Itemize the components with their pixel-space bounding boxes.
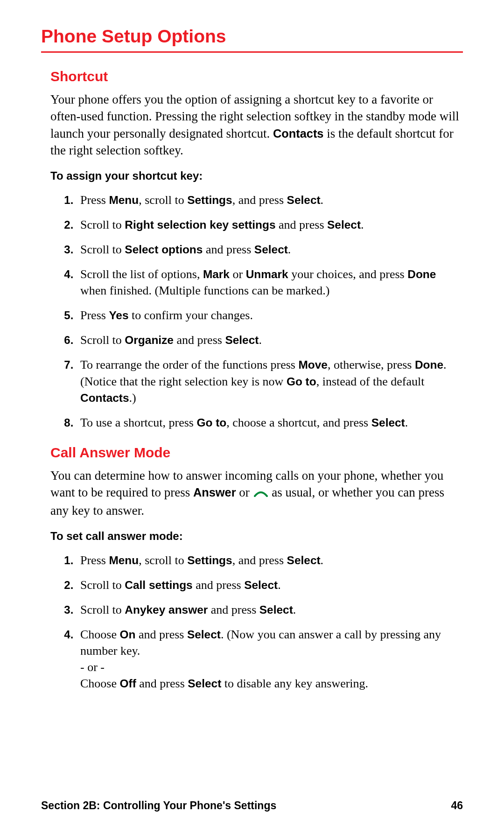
list-item: Scroll the list of options, Mark or Unma… (77, 266, 463, 299)
page-footer: Section 2B: Controlling Your Phone's Set… (41, 799, 463, 812)
shortcut-steps: Press Menu, scroll to Settings, and pres… (50, 192, 463, 431)
call-answer-steps: Press Menu, scroll to Settings, and pres… (50, 552, 463, 692)
list-item: To rearrange the order of the functions … (77, 357, 463, 406)
list-item: Scroll to Anykey answer and press Select… (77, 602, 463, 618)
document-page: Phone Setup Options Shortcut Your phone … (0, 0, 504, 840)
list-item: Press Menu, scroll to Settings, and pres… (77, 192, 463, 208)
list-item: Scroll to Right selection key settings a… (77, 217, 463, 233)
list-item: Choose On and press Select. (Now you can… (77, 626, 463, 692)
shortcut-subhead: To assign your shortcut key: (50, 169, 463, 182)
list-item: Scroll to Organize and press Select. (77, 332, 463, 348)
list-item: Scroll to Call settings and press Select… (77, 577, 463, 593)
section-heading-call-answer: Call Answer Mode (50, 445, 463, 461)
section-heading-shortcut: Shortcut (50, 69, 463, 84)
footer-section-label: Section 2B: Controlling Your Phone's Set… (41, 799, 276, 812)
call-key-icon (254, 485, 268, 502)
shortcut-intro: Your phone offers you the option of assi… (50, 91, 463, 159)
footer-page-number: 46 (451, 799, 463, 812)
call-answer-intro: You can determine how to answer incoming… (50, 467, 463, 519)
list-item: To use a shortcut, press Go to, choose a… (77, 414, 463, 431)
title-rule (41, 51, 463, 53)
list-item: Press Yes to confirm your changes. (77, 307, 463, 323)
list-item: Press Menu, scroll to Settings, and pres… (77, 552, 463, 568)
page-title: Phone Setup Options (41, 26, 463, 47)
call-answer-subhead: To set call answer mode: (50, 530, 463, 543)
list-item: Scroll to Select options and press Selec… (77, 241, 463, 258)
